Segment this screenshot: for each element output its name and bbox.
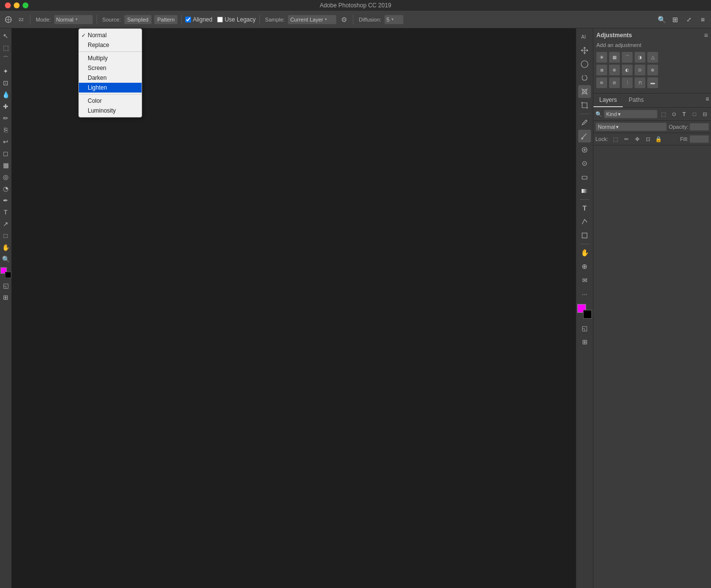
adj-color-lookup-icon[interactable]: ≋ [596,77,607,88]
mode-option-screen[interactable]: Screen [79,63,142,73]
layers-opacity-input[interactable] [689,123,709,131]
move-tool[interactable]: ↖ [0,30,11,41]
hand-tool[interactable]: ✋ [0,242,11,253]
layers-kind-dropdown[interactable]: Kind ▾ [604,110,658,118]
adj-photo-filter-icon[interactable]: ⊙ [635,65,645,75]
source-pattern-button[interactable]: Pattern [154,15,178,24]
adj-threshold-icon[interactable]: ⊓ [635,77,645,88]
right-tool-hand[interactable]: ✋ [578,246,591,259]
dodge-tool[interactable]: ◔ [0,183,11,194]
layers-filter-smart[interactable]: ⊟ [700,110,709,118]
mode-option-luminosity[interactable]: Luminosity [79,106,142,116]
mode-option-multiply[interactable]: Multiply [79,53,142,63]
lock-artboard-icon[interactable]: ⊡ [643,135,652,143]
layers-filter-pixel[interactable]: ⬚ [659,110,668,118]
healing-brush-icon[interactable] [3,14,14,25]
eyedropper-tool[interactable]: 💧 [0,89,11,100]
mode-option-darken[interactable]: Darken [79,73,142,83]
eraser-tool[interactable]: ◻ [0,148,11,159]
lasso-tool[interactable]: ⌒ [0,54,11,65]
search-icon[interactable]: 🔍 [656,14,667,25]
clone-tool[interactable]: ⎘ [0,124,11,135]
adj-gradient-map-icon[interactable]: ▬ [647,77,658,88]
aligned-checkbox[interactable] [185,17,191,23]
lock-checkerboard-icon[interactable]: ⬚ [611,135,620,143]
layers-fill-input[interactable] [689,135,709,143]
sample-dropdown[interactable]: Current Layer ▾ [288,15,337,24]
adj-bw-icon[interactable]: ◐ [622,65,633,75]
minimize-button[interactable] [14,2,20,8]
right-tool-clone[interactable] [578,157,591,170]
adj-exposure-icon[interactable]: ◑ [635,52,645,63]
crop-tool[interactable]: ⊡ [0,77,11,88]
screen-layout-icon[interactable]: ⊞ [670,14,681,25]
right-tool-screen-mode-2[interactable]: ⊞ [578,335,591,348]
adj-brightness-icon[interactable]: ☀ [596,52,607,63]
lock-brush-icon[interactable]: ✏ [622,135,631,143]
mode-option-replace[interactable]: Replace [79,40,142,50]
layers-filter-adjust[interactable]: ⊙ [669,110,678,118]
right-tool-healing[interactable] [578,143,591,156]
brush-size-display[interactable]: 22 [16,14,26,25]
right-tool-transform[interactable] [578,85,591,98]
right-tool-gradient[interactable] [578,185,591,197]
right-tool-brush[interactable] [578,130,591,142]
right-tool-pencil[interactable] [578,116,591,129]
layers-panel-menu[interactable]: ≡ [704,94,711,107]
adj-mixer-icon[interactable]: ⊗ [647,65,658,75]
history-brush[interactable]: ↩ [0,136,11,147]
right-tool-1[interactable]: AI [578,30,591,43]
layers-blend-dropdown[interactable]: Normal ▾ [595,122,667,131]
right-tool-lasso[interactable] [578,71,591,84]
mode-option-normal[interactable]: Normal [79,30,142,40]
adj-posterize-icon[interactable]: ⋮ [622,77,633,88]
mode-option-lighten[interactable]: Lighten [79,83,142,93]
right-tool-ellipsis[interactable]: ··· [578,287,591,300]
mode-dropdown-button[interactable]: Normal ▾ [54,15,93,24]
lock-move-icon[interactable]: ✥ [633,135,641,143]
right-tool-annotation[interactable]: ✉ [578,274,591,286]
diffusion-dropdown[interactable]: 5 ▾ [384,15,404,24]
right-tool-path[interactable] [578,215,591,228]
zoom-tool[interactable]: 🔍 [0,254,11,264]
sample-settings-icon[interactable]: ⚙ [339,14,349,25]
lock-all-icon[interactable]: 🔒 [654,135,663,143]
tab-layers[interactable]: Layers [593,94,623,107]
blur-tool[interactable]: ◎ [0,171,11,182]
right-tool-mask[interactable]: ◱ [578,322,591,334]
adj-hsl-icon[interactable]: ⊠ [596,65,607,75]
background-color[interactable] [583,310,592,319]
path-select-tool[interactable]: ↗ [0,218,11,229]
layers-filter-shape[interactable]: □ [690,110,699,118]
quick-select-tool[interactable]: ✦ [0,66,11,76]
type-tool[interactable]: T [0,207,11,217]
right-tool-shape[interactable] [578,229,591,242]
right-tool-crop[interactable] [578,99,591,112]
close-button[interactable] [5,2,11,8]
adj-colorbalance-icon[interactable]: ⊕ [609,65,620,75]
more-options-icon[interactable]: ≡ [697,14,708,25]
brush-tool[interactable]: ✏ [0,113,11,123]
screen-mode-tool[interactable]: ⊞ [0,292,11,303]
right-tool-select[interactable] [578,58,591,71]
foreground-background-swap[interactable] [0,267,11,278]
mode-option-color[interactable]: Color [79,96,142,106]
shape-tool[interactable]: □ [0,230,11,241]
source-sampled-button[interactable]: Sampled [124,15,152,24]
adj-levels-icon[interactable]: ▦ [609,52,620,63]
adjustments-menu-icon[interactable]: ≡ [704,31,708,39]
maximize-button[interactable] [23,2,28,8]
right-tool-move[interactable] [578,44,591,57]
adj-invert-icon[interactable]: ⊘ [609,77,620,88]
right-tool-eraser[interactable] [578,171,591,184]
healing-tool-left[interactable]: ✚ [0,101,11,112]
marquee-tool[interactable]: ⬚ [0,42,11,53]
quick-mask-tool[interactable]: ◱ [0,280,11,291]
expand-icon[interactable]: ⤢ [684,14,694,25]
adj-vibrance-icon[interactable]: △ [647,52,658,63]
pen-tool[interactable]: ✒ [0,195,11,206]
color-swatches[interactable] [577,304,592,319]
use-legacy-checkbox[interactable] [217,17,223,23]
adj-curves-icon[interactable]: ⌒ [622,52,633,63]
gradient-tool[interactable]: ▦ [0,160,11,170]
